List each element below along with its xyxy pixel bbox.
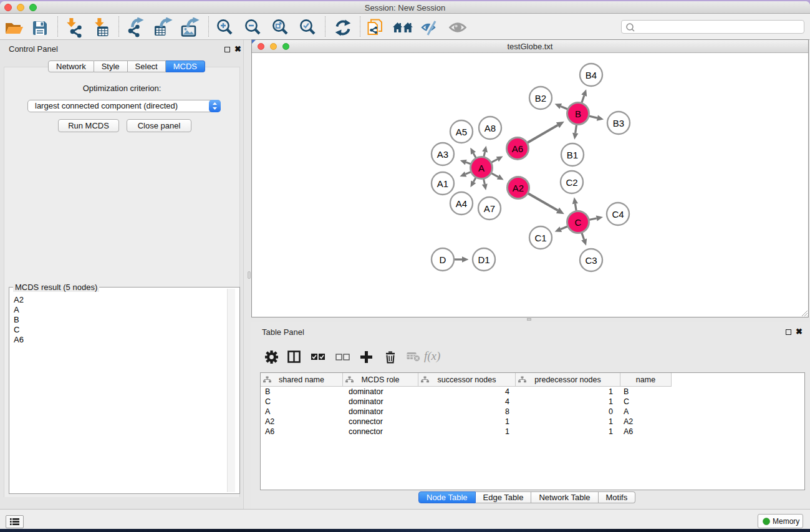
svg-text:A8: A8 — [485, 123, 496, 133]
svg-text:C1: C1 — [534, 233, 546, 243]
svg-text:A5: A5 — [456, 127, 467, 137]
svg-text:D1: D1 — [478, 254, 489, 265]
svg-text:B: B — [575, 109, 581, 119]
svg-text:A2: A2 — [513, 183, 524, 193]
svg-text:A1: A1 — [437, 178, 448, 189]
svg-text:A: A — [478, 163, 485, 173]
svg-text:B4: B4 — [586, 70, 597, 80]
svg-text:D: D — [440, 254, 446, 265]
svg-text:C4: C4 — [612, 209, 624, 220]
svg-text:A6: A6 — [512, 143, 523, 154]
svg-text:A4: A4 — [456, 198, 467, 209]
svg-text:B2: B2 — [535, 93, 546, 104]
svg-text:B3: B3 — [613, 118, 624, 128]
svg-text:C3: C3 — [585, 255, 597, 266]
svg-text:C2: C2 — [566, 177, 577, 188]
svg-text:B1: B1 — [567, 150, 578, 160]
svg-text:A3: A3 — [437, 149, 448, 160]
svg-text:A7: A7 — [484, 203, 495, 214]
svg-text:C: C — [575, 217, 582, 228]
